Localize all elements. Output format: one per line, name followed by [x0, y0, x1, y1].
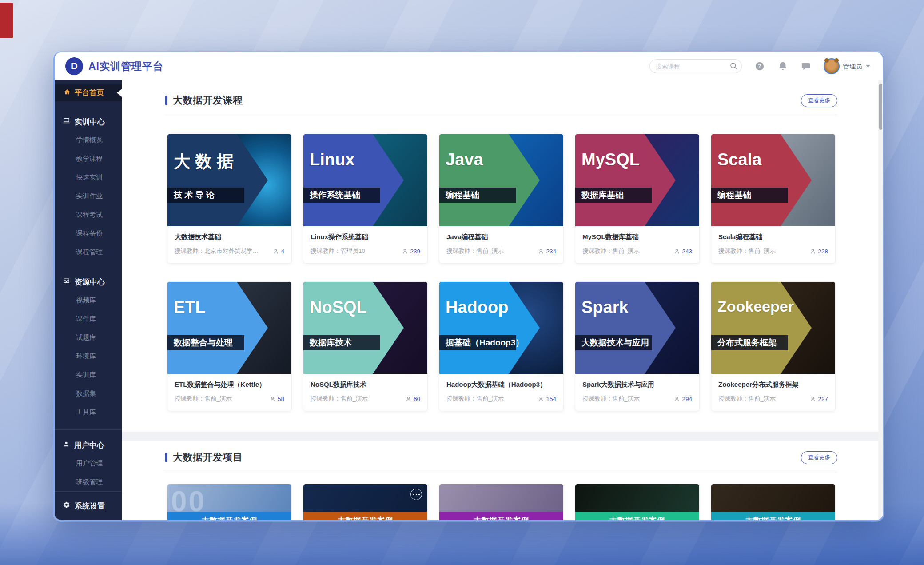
course-card[interactable]: 大 数 据 技 术 导 论 大数据技术基础 授课教师：北京市对外贸易学校教...… [167, 134, 292, 264]
course-title: MySQL数据库基础 [582, 233, 692, 241]
sidebar-group-label[interactable]: 用户中心 [55, 436, 122, 454]
sidebar-group-label[interactable]: 系统设置 [55, 497, 122, 515]
project-card[interactable]: 大数据开发案例 [303, 484, 428, 520]
bell-icon[interactable] [777, 61, 788, 72]
home-icon [64, 88, 71, 97]
sidebar-subitem[interactable]: 快速实训 [55, 168, 122, 187]
sidebar-subitem[interactable]: 工具库 [55, 403, 122, 421]
project-banner: 大数据开发案例 [303, 512, 427, 520]
person-icon [272, 248, 279, 255]
project-card[interactable]: 00 大数据开发案例 [167, 484, 292, 520]
sidebar-subitem[interactable]: 课程备份 [55, 224, 122, 243]
avatar [824, 58, 840, 74]
course-teacher: 授课教师：售前_演示 [718, 247, 776, 255]
course-cover-image: Linux 操作系统基础 [303, 134, 427, 226]
view-more-courses-button[interactable]: 查看更多 [801, 94, 837, 107]
ellipsis-icon [410, 489, 422, 500]
course-title: Spark大数据技术与应用 [582, 381, 692, 389]
app-title: AI实训管理平台 [88, 60, 163, 73]
course-cover-image: Java 编程基础 [439, 134, 563, 226]
cover-headline: 大 数 据 [174, 150, 234, 173]
cover-headline: NoSQL [310, 298, 367, 317]
main-content: 大数据开发课程 查看更多 大 数 据 技 术 导 论 大数据技术基础 授课教师：… [122, 80, 883, 520]
view-more-projects-button[interactable]: 查看更多 [801, 451, 837, 464]
project-banner: 大数据开发案例 [575, 512, 699, 520]
desktop-corner-accent [0, 3, 13, 38]
project-card[interactable]: 大数据开发案例 [575, 484, 700, 520]
person-icon [538, 248, 544, 255]
person-icon [402, 248, 408, 255]
course-title: Linux操作系统基础 [311, 233, 420, 241]
course-card[interactable]: Hadoop 据基础（Hadoop3） Hadoop大数据基础（Hadoop3）… [439, 281, 564, 411]
user-icon [63, 441, 70, 450]
sidebar-subitem[interactable]: 实训作业 [55, 187, 122, 205]
course-title: Zookeeper分布式服务框架 [718, 381, 828, 389]
course-teacher: 授课教师：北京市对外贸易学校教... [175, 247, 261, 255]
sidebar-group: 资源中心 视频库课件库试题库环境库实训库数据集工具库 [55, 273, 122, 421]
project-card[interactable]: 大数据开发案例 [439, 484, 564, 520]
sidebar-subitem[interactable]: 课程考试 [55, 205, 122, 224]
person-icon [538, 396, 544, 402]
cover-arrow-shape [439, 282, 563, 374]
cover-headline: Java [446, 150, 483, 169]
search-icon[interactable] [729, 62, 737, 72]
cover-subtitle-band: 据基础（Hadoop3） [439, 335, 516, 350]
course-card[interactable]: NoSQL 数据库技术 NoSQL数据库技术 授课教师：售前_演示 60 [303, 281, 428, 411]
course-card[interactable]: Zookeeper 分布式服务框架 Zookeeper分布式服务框架 授课教师：… [711, 281, 836, 411]
user-menu[interactable]: 管理员 [824, 58, 871, 74]
cover-subtitle-band: 分布式服务框架 [711, 335, 788, 350]
course-card[interactable]: ETL 数据整合与处理 ETL数据整合与处理（Kettle） 授课教师：售前_演… [167, 281, 292, 411]
sidebar-group-label[interactable]: 资源中心 [55, 273, 122, 291]
sidebar-subitem[interactable]: 班级管理 [55, 473, 122, 491]
sidebar-subitem[interactable]: 视频库 [55, 291, 122, 309]
course-title: 大数据技术基础 [175, 233, 284, 241]
course-card[interactable]: Linux 操作系统基础 Linux操作系统基础 授课教师：管理员10 239 [303, 134, 428, 264]
course-cover-image: ETL 数据整合与处理 [167, 282, 291, 374]
project-cover-image: 00 大数据开发案例 [167, 484, 291, 520]
sidebar-subitem[interactable]: 实训库 [55, 365, 122, 384]
sidebar-item-home[interactable]: 平台首页 [55, 84, 122, 101]
sidebar-subitem[interactable]: 数据集 [55, 384, 122, 403]
sidebar-subitem[interactable]: 环境库 [55, 347, 122, 365]
sidebar-subitem[interactable]: 课件库 [55, 309, 122, 328]
course-card[interactable]: Scala 编程基础 Scala编程基础 授课教师：售前_演示 228 [711, 134, 836, 264]
course-cover-image: Scala 编程基础 [711, 134, 835, 226]
sidebar: 平台首页 实训中心 学情概览教学课程快速实训实训作业课程考试课程备份课程管理 资… [55, 80, 122, 520]
person-icon [269, 396, 276, 402]
cover-arrow-shape [439, 134, 563, 226]
course-teacher: 授课教师：售前_演示 [311, 395, 368, 403]
course-teacher: 授课教师：售前_演示 [446, 247, 504, 255]
scrollbar-track[interactable] [878, 80, 883, 520]
cover-subtitle-band: 技 术 导 论 [167, 188, 244, 203]
course-student-count: 294 [673, 396, 692, 402]
course-card[interactable]: Spark 大数据技术与应用 Spark大数据技术与应用 授课教师：售前_演示 … [575, 281, 700, 411]
monitor-icon [63, 117, 70, 127]
course-card[interactable]: MySQL 数据库基础 MySQL数据库基础 授课教师：售前_演示 243 [575, 134, 700, 264]
course-cover-image: Zookeeper 分布式服务框架 [711, 282, 835, 374]
cover-arrow-shape [303, 134, 427, 226]
help-icon[interactable]: ? [754, 61, 765, 72]
project-card[interactable]: 大数据开发案例 [711, 484, 836, 520]
cover-arrow-shape [575, 134, 699, 226]
sidebar-subitem[interactable]: 教学课程 [55, 149, 122, 168]
course-student-count: 243 [673, 248, 692, 255]
course-title: Scala编程基础 [718, 233, 828, 241]
search-input[interactable] [649, 59, 742, 73]
sidebar-group: 用户中心 用户管理班级管理 [55, 429, 122, 491]
chat-icon[interactable] [801, 61, 811, 72]
sidebar-subitem[interactable]: 试题库 [55, 328, 122, 347]
person-icon [809, 248, 816, 255]
person-icon [673, 396, 680, 402]
course-title: ETL数据整合与处理（Kettle） [175, 381, 284, 389]
cover-subtitle-band: 编程基础 [711, 188, 788, 203]
sidebar-subitem[interactable]: 学情概览 [55, 131, 122, 149]
sidebar-group-label[interactable]: 实训中心 [55, 113, 122, 131]
projects-panel: 大数据开发项目 查看更多 00 大数据开发案例 大数据开发案例 大数据开发案例 [122, 441, 883, 520]
title-accent-bar [165, 96, 167, 105]
course-student-count: 228 [809, 248, 828, 255]
course-card[interactable]: Java 编程基础 Java编程基础 授课教师：售前_演示 234 [439, 134, 564, 264]
person-icon [405, 396, 412, 402]
sidebar-subitem[interactable]: 课程管理 [55, 243, 122, 261]
sidebar-subitem[interactable]: 用户管理 [55, 454, 122, 473]
scrollbar-thumb[interactable] [879, 84, 882, 130]
